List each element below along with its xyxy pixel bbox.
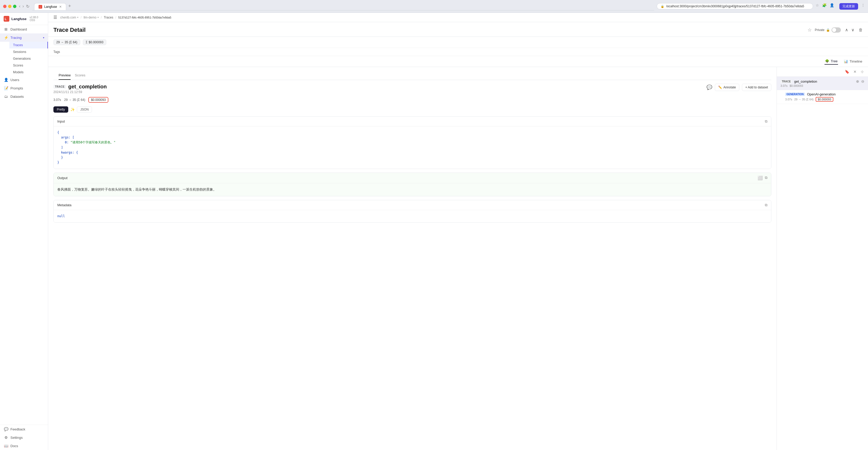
lock-icon: 🔒 xyxy=(661,5,664,8)
tracing-chevron: ▾ xyxy=(43,36,44,39)
favicon: L xyxy=(38,5,42,9)
copy-input-icon[interactable]: ⧉ xyxy=(765,119,768,123)
breadcrumb-traces[interactable]: Traces xyxy=(104,16,113,19)
tree-gen-meta: 3.07s 29 → 35 (Σ 64) $0.000093 xyxy=(785,97,864,102)
refresh-button[interactable]: ↻ xyxy=(26,4,29,9)
sidebar-toggle-icon[interactable]: ☰ xyxy=(53,15,57,20)
input-actions: ⧉ xyxy=(765,119,768,123)
logo-version: v2.88.0 OSS xyxy=(30,16,44,22)
tree-trace-add-icon[interactable]: ⊕ xyxy=(856,79,859,83)
markdown-icon[interactable]: ⬜ xyxy=(757,175,763,180)
maximize-dot[interactable] xyxy=(13,5,17,8)
breadcrumb-sep-1: / xyxy=(81,16,81,19)
sidebar-item-generations[interactable]: Generations xyxy=(9,55,48,62)
sidebar-item-users[interactable]: 👤 Users xyxy=(0,76,48,84)
close-dot[interactable] xyxy=(3,5,6,8)
trace-tokens-detail: 29 → 35 (Σ 64) xyxy=(64,98,85,102)
new-tab-button[interactable]: + xyxy=(66,3,73,9)
tree-trace-cost: $0.000093 xyxy=(789,84,803,87)
sidebar-label-traces: Traces xyxy=(13,43,23,47)
sidebar-item-traces[interactable]: Traces xyxy=(9,42,48,49)
tree-trace-meta: 3.07s $0.000093 xyxy=(780,84,864,87)
extensions-icon[interactable]: 🧩 xyxy=(822,3,827,10)
output-actions: ⬜ ⧉ xyxy=(757,175,768,180)
forward-button[interactable]: › xyxy=(22,4,24,9)
copy-metadata-icon[interactable]: ⧉ xyxy=(765,203,768,207)
tree-trace-remove-icon[interactable]: ⊖ xyxy=(861,79,864,83)
right-panel: 🔖 ✕ ⊹ TRACE get_completion ⊕ ⊖ 3.07s $0.… xyxy=(777,67,868,450)
tree-icon: 🌳 xyxy=(825,59,829,63)
tab-scores[interactable]: Scores xyxy=(75,73,85,80)
active-tab[interactable]: L Langfuse ✕ xyxy=(34,3,66,10)
langfuse-logo-icon: L xyxy=(4,16,9,22)
sidebar-item-sessions[interactable]: Sessions xyxy=(9,49,48,55)
minimize-dot[interactable] xyxy=(8,5,11,8)
sub-project-selector[interactable]: llm-demo ▾ xyxy=(84,16,99,19)
menu-icon[interactable]: ⋮ xyxy=(861,3,865,10)
tab-tree[interactable]: 🌳 Tree xyxy=(825,58,838,65)
prev-trace-button[interactable]: ∧ xyxy=(844,26,849,33)
address-bar[interactable]: 🔒 localhost:3000/project/cm3bmiiv3000681… xyxy=(657,3,813,9)
star-icon[interactable]: ☆ xyxy=(808,27,812,33)
breadcrumb-sep-2: / xyxy=(101,16,102,19)
sidebar-item-scores[interactable]: Scores xyxy=(9,62,48,69)
tree-trace-duration: 3.07s xyxy=(780,84,787,87)
tab-preview[interactable]: Preview xyxy=(59,73,71,80)
sidebar-label-users: Users xyxy=(10,78,19,82)
delete-button[interactable]: 🗑 xyxy=(859,28,863,32)
tokens-badge: 29 → 35 (Σ 64) xyxy=(53,39,80,45)
next-trace-button[interactable]: ∨ xyxy=(850,26,856,33)
format-json-button[interactable]: JSON xyxy=(77,106,92,113)
private-toggle[interactable] xyxy=(832,27,841,33)
format-switcher: Pretty ✨ JSON xyxy=(53,106,771,113)
page-header-actions: ☆ Private 🔒 ∧ ∨ 🗑 xyxy=(808,26,863,33)
main-content: ☰ chenlb.com ▾ / llm-demo ▾ / Traces / 5… xyxy=(48,13,868,450)
trace-detail-header: TRACE get_completion 2024/11/11 21:12:59… xyxy=(53,84,771,94)
content-area: Preview Scores TRACE get_completion 2024… xyxy=(48,67,868,450)
sidebar-tracing-sub: Traces Sessions Generations Scores Model… xyxy=(0,42,48,76)
sidebar-item-prompts[interactable]: 📝 Prompts xyxy=(0,84,48,92)
feedback-icon: 💬 xyxy=(4,427,8,431)
sidebar-item-settings[interactable]: ⚙ Settings xyxy=(0,433,48,442)
update-button[interactable]: 完成更新 xyxy=(839,3,858,10)
left-panel: Preview Scores TRACE get_completion 2024… xyxy=(48,67,777,450)
tab-tree-label: Tree xyxy=(831,59,838,63)
tree-item-trace[interactable]: TRACE get_completion ⊕ ⊖ 3.07s $0.000093 xyxy=(777,77,868,90)
tree-generation-header: GENERATION OpenAI-generation xyxy=(785,92,864,96)
sidebar-item-feedback[interactable]: 💬 Feedback xyxy=(0,425,48,433)
bookmark-icon[interactable]: ☆ xyxy=(816,3,819,10)
logo-text: Langfuse xyxy=(11,17,27,21)
tree-trace-type-badge: TRACE xyxy=(780,80,792,83)
project-selector[interactable]: chenlb.com ▾ xyxy=(60,16,79,19)
trace-duration: 3.07s xyxy=(53,98,61,102)
sidebar-item-dashboard[interactable]: ⊞ Dashboard xyxy=(0,25,48,33)
sidebar-item-tracing[interactable]: ⚡ Tracing ▾ xyxy=(0,33,48,42)
bookmark-panel-icon[interactable]: 🔖 xyxy=(844,69,850,74)
copy-output-icon[interactable]: ⧉ xyxy=(765,175,768,180)
tab-timeline[interactable]: 📊 Timeline xyxy=(843,58,863,64)
close-panel-icon[interactable]: ✕ xyxy=(852,69,858,74)
annotate-button[interactable]: ✏️ Annotate xyxy=(715,84,739,91)
add-to-dataset-button[interactable]: + Add to dataset xyxy=(742,84,771,91)
sidebar-label-docs: Docs xyxy=(10,444,18,448)
breadcrumb-trace-id: 5137d127-fbfc-4605-8951-7b50da7e8da5 xyxy=(118,16,172,19)
sidebar-item-docs[interactable]: 📖 Docs xyxy=(0,442,48,450)
metadata-actions: ⧉ xyxy=(765,203,768,207)
format-pretty-button[interactable]: Pretty xyxy=(53,106,68,113)
metadata-header: Metadata ⧉ xyxy=(54,200,771,210)
expand-panel-icon[interactable]: ⊹ xyxy=(860,69,865,74)
trace-actions: 💬 ✏️ Annotate + Add to dataset xyxy=(707,84,771,91)
back-button[interactable]: ‹ xyxy=(19,4,20,9)
tree-gen-type-badge: GENERATION xyxy=(785,92,805,96)
trace-meta-row: 29 → 35 (Σ 64) Σ $0.000093 xyxy=(48,37,868,48)
trace-type-badge: TRACE xyxy=(53,85,66,89)
tab-close[interactable]: ✕ xyxy=(59,5,62,9)
sidebar-item-datasets[interactable]: 🗂 Datasets xyxy=(0,92,48,101)
sidebar-item-models[interactable]: Models xyxy=(9,69,48,76)
sidebar-label-models: Models xyxy=(13,71,24,74)
tree-item-generation[interactable]: GENERATION OpenAI-generation 3.07s 29 → … xyxy=(777,90,868,104)
profile-icon[interactable]: 👤 xyxy=(830,3,834,10)
comment-icon[interactable]: 💬 xyxy=(707,84,712,90)
output-header: Output ⬜ ⧉ xyxy=(54,173,771,183)
sidebar-label-feedback: Feedback xyxy=(10,427,25,431)
